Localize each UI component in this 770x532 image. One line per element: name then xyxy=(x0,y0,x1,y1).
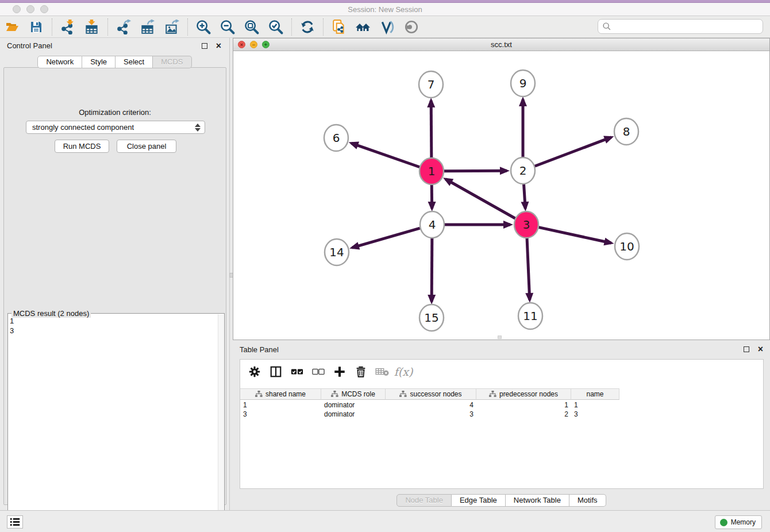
cell-shared-name[interactable]: 3 xyxy=(240,410,321,419)
tab-node-table[interactable]: Node Table xyxy=(396,494,452,507)
criterion-dropdown[interactable]: strongly connected component xyxy=(26,121,205,134)
cell-MCDS-role[interactable]: dominator xyxy=(321,400,386,410)
import-table-icon[interactable] xyxy=(82,18,102,36)
export-image-icon[interactable] xyxy=(162,18,182,36)
node-10[interactable]: 10 xyxy=(615,233,639,260)
close-panel-icon[interactable]: × xyxy=(216,43,221,49)
svg-text:11: 11 xyxy=(523,309,537,323)
node-2[interactable]: 2 xyxy=(511,157,535,184)
tab-style[interactable]: Style xyxy=(82,56,116,68)
edge-1-6[interactable] xyxy=(351,143,419,167)
search-input[interactable] xyxy=(612,21,763,32)
float-table-panel-icon[interactable] xyxy=(744,346,749,352)
edge-4-15[interactable] xyxy=(432,237,432,302)
table-row[interactable]: 3dominator323 xyxy=(240,410,763,419)
tab-motifs[interactable]: Motifs xyxy=(569,494,606,507)
column-header-MCDS-role[interactable]: MCDS role xyxy=(321,388,386,400)
network-canvas[interactable]: 1234678910111415 xyxy=(233,51,769,340)
node-7[interactable]: 7 xyxy=(419,71,443,98)
criterion-dropdown-value: strongly connected component xyxy=(32,123,134,132)
node-4[interactable]: 4 xyxy=(420,211,444,238)
import-network-icon[interactable] xyxy=(58,18,78,36)
node-table-container: f(x) shared nameMCDS rolesuccessor nodes… xyxy=(240,359,764,489)
gear-icon[interactable] xyxy=(246,363,263,380)
svg-text:8: 8 xyxy=(623,125,630,138)
save-session-icon[interactable] xyxy=(26,18,46,36)
memory-button[interactable]: Memory xyxy=(715,515,762,529)
edge-3-11[interactable] xyxy=(527,237,530,300)
delete-column-icon[interactable] xyxy=(352,363,369,380)
result-scrollbar[interactable] xyxy=(218,314,224,532)
close-panel-button[interactable]: Close panel xyxy=(117,140,176,153)
column-header-label: shared name xyxy=(265,390,306,398)
deselect-all-icon[interactable] xyxy=(310,363,327,380)
edge-1-7[interactable] xyxy=(431,101,432,159)
network-window-titlebar[interactable]: × − + scc.txt xyxy=(233,38,769,51)
network-window: × − + scc.txt 1234678910111415 xyxy=(233,38,770,340)
cell-successor-nodes[interactable]: 3 xyxy=(386,410,476,419)
select-all-icon[interactable] xyxy=(288,363,306,380)
cell-successor-nodes[interactable]: 4 xyxy=(386,400,476,410)
vizmap-icon[interactable] xyxy=(378,18,397,36)
cell-predecessor-nodes[interactable]: 1 xyxy=(476,400,571,410)
column-header-name[interactable]: name xyxy=(571,388,619,400)
node-3[interactable]: 3 xyxy=(514,211,538,238)
edge-3-1[interactable] xyxy=(445,179,515,218)
float-panel-icon[interactable] xyxy=(202,43,207,49)
node-14[interactable]: 14 xyxy=(325,239,349,265)
node-1[interactable]: 1 xyxy=(419,158,444,184)
titlebar: Session: New Session xyxy=(0,3,770,16)
column-header-successor-nodes[interactable]: successor nodes xyxy=(386,388,476,400)
search-field[interactable] xyxy=(598,19,763,34)
cell-name[interactable]: 1 xyxy=(571,400,619,410)
first-neighbors-icon[interactable] xyxy=(353,18,373,36)
node-9[interactable]: 9 xyxy=(511,70,535,97)
tab-mcds[interactable]: MCDS xyxy=(153,56,191,68)
zoom-selected-icon[interactable] xyxy=(266,18,286,36)
edge-2-8[interactable] xyxy=(535,137,611,166)
export-network-icon[interactable] xyxy=(114,18,133,36)
edge-1-2[interactable] xyxy=(444,171,507,171)
add-column-icon[interactable] xyxy=(331,363,348,380)
export-table-icon[interactable] xyxy=(138,18,157,36)
node-15[interactable]: 15 xyxy=(419,304,444,331)
mcds-result-text[interactable]: 1 3 xyxy=(10,316,216,531)
tab-edge-table[interactable]: Edge Table xyxy=(452,494,506,507)
node-8[interactable]: 8 xyxy=(614,118,638,145)
hide-icon[interactable] xyxy=(402,18,421,36)
table-panel-header: Table Panel × xyxy=(233,342,770,357)
tab-select[interactable]: Select xyxy=(116,56,153,68)
mcds-result-box: MCDS result (2 nodes) 1 3 xyxy=(7,313,225,532)
clone-network-icon[interactable] xyxy=(329,18,349,36)
edge-2-3[interactable] xyxy=(523,183,525,209)
tab-network[interactable]: Network xyxy=(37,56,82,68)
canvas-grip[interactable] xyxy=(498,336,502,339)
edge-3-10[interactable] xyxy=(538,228,611,243)
refresh-icon[interactable] xyxy=(298,18,317,36)
cell-shared-name[interactable]: 1 xyxy=(240,400,321,410)
cell-name[interactable]: 3 xyxy=(571,410,619,419)
function-builder-icon[interactable]: f(x) xyxy=(395,363,412,380)
zoom-out-icon[interactable] xyxy=(218,18,237,36)
task-history-button[interactable] xyxy=(7,515,23,529)
window-title: Session: New Session xyxy=(0,5,770,14)
svg-text:10: 10 xyxy=(619,240,634,253)
node-11[interactable]: 11 xyxy=(518,303,542,329)
open-session-icon[interactable] xyxy=(2,18,22,36)
zoom-in-icon[interactable] xyxy=(194,18,213,36)
cell-predecessor-nodes[interactable]: 2 xyxy=(476,410,571,419)
svg-text:1: 1 xyxy=(428,164,436,178)
table-row[interactable]: 1dominator411 xyxy=(240,400,763,410)
close-table-panel-icon[interactable]: × xyxy=(758,346,763,353)
delete-table-icon[interactable] xyxy=(374,363,391,380)
zoom-fit-icon[interactable] xyxy=(242,18,261,36)
run-mcds-button[interactable]: Run MCDS xyxy=(55,140,109,153)
edge-4-14[interactable] xyxy=(352,228,420,248)
svg-text:3: 3 xyxy=(523,218,530,232)
cell-MCDS-role[interactable]: dominator xyxy=(321,410,386,419)
columns-icon[interactable] xyxy=(267,363,284,380)
column-header-shared-name[interactable]: shared name xyxy=(240,388,321,400)
tab-network-table[interactable]: Network Table xyxy=(506,494,569,507)
column-header-predecessor-nodes[interactable]: predecessor nodes xyxy=(476,388,571,400)
node-6[interactable]: 6 xyxy=(324,125,348,151)
